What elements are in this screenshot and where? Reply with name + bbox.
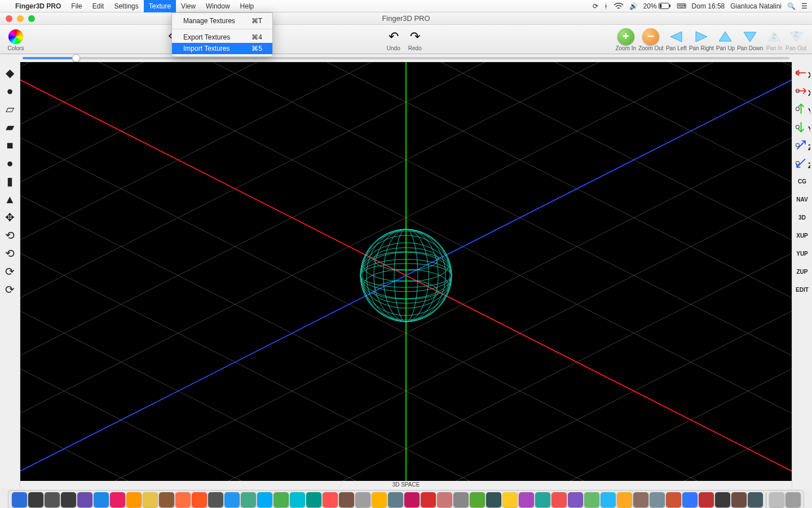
dock-app-28[interactable] [470,492,485,507]
bar-tool[interactable]: ▰ [2,119,19,135]
redo-button[interactable]: ↷ Redo [406,25,424,54]
menu-item-manage-textures[interactable]: Manage Textures⌘T [172,15,272,27]
app-menu[interactable]: Finger3D PRO [10,0,66,12]
dock-app-19[interactable] [323,492,338,507]
dock-app-40[interactable] [666,492,681,507]
dock-app-39[interactable] [650,492,665,507]
dock-app-35[interactable] [584,492,599,507]
cone-tool[interactable]: ▲ [2,191,19,208]
keyboard-icon[interactable]: ⌨︎ [677,2,686,10]
dock-app-25[interactable] [421,492,436,507]
move-tool[interactable]: ✥ [2,209,19,226]
dock-app-27[interactable] [453,492,469,507]
dock-app-7[interactable] [126,492,142,507]
dock-app-44[interactable] [731,492,747,507]
dock-app-6[interactable] [110,492,125,507]
dock-app-14[interactable] [241,492,256,507]
menu-view[interactable]: View [176,0,201,12]
sheet-tool[interactable]: ▱ [2,100,19,117]
dock-app-43[interactable] [715,492,730,507]
colors-button[interactable]: Colors [0,25,32,54]
view-yup[interactable]: YUP [793,245,811,262]
rotate-xz2-tool[interactable]: ⟲ [2,245,19,262]
dock-app-45[interactable] [748,492,763,507]
dock-app-42[interactable] [699,492,714,507]
dock-app-32[interactable] [535,492,550,507]
disk-tool[interactable]: ● [2,82,19,99]
pan-in-button[interactable]: Z Pan In [765,25,783,54]
dock-app-4[interactable] [77,492,92,507]
volume-icon[interactable]: 🔊 [629,2,638,10]
rotate-y2-tool[interactable]: ⟳ [2,281,19,298]
spotlight-icon[interactable]: 🔍 [787,2,796,10]
sphere-tool[interactable]: ● [2,155,19,172]
menu-window[interactable]: Window [201,0,235,12]
dock-app-29[interactable] [486,492,501,507]
rotate-y-tool[interactable]: ⟳ [2,263,19,280]
bluetooth-icon[interactable]: ᚼ [604,2,608,10]
pan-out-button[interactable]: Z Pan Out [785,25,806,54]
view-cg[interactable]: CG [793,173,811,190]
dock-app-10[interactable] [175,492,191,507]
rotate-xz-tool[interactable]: ⟲ [2,227,19,244]
zoom-slider[interactable] [0,54,812,62]
viewport-3d[interactable]: 3D SPACE [20,62,792,489]
menu-item-import-textures[interactable]: Import Textures⌘5 [172,43,272,54]
dock-app-34[interactable] [568,492,583,507]
menu-file[interactable]: File [66,0,87,12]
dock-app-11[interactable] [192,492,207,507]
dock-app-31[interactable] [519,492,534,507]
dock-app-2[interactable] [45,492,60,507]
view-neg-z[interactable]: Z [793,155,811,172]
battery-status[interactable]: 20% [643,2,671,10]
dock-app-0[interactable] [12,492,27,507]
dock-app-15[interactable] [257,492,272,507]
view-neg-x[interactable]: X [793,64,811,81]
dock-app-5[interactable] [94,492,109,507]
dock-app-16[interactable] [273,492,289,507]
cube-tool[interactable]: ■ [2,137,19,154]
notification-center-icon[interactable]: ☰ [801,2,807,10]
plane-tool[interactable]: ◆ [2,64,19,81]
zoom-out-button[interactable]: − Zoom Out [638,25,663,54]
menu-item-export-textures[interactable]: Export Textures⌘4 [172,32,272,43]
dock-app-38[interactable] [633,492,648,507]
menu-help[interactable]: Help [235,0,259,12]
view-neg-y[interactable]: Y [793,119,811,135]
menu-texture[interactable]: Texture [144,0,176,12]
view-zup[interactable]: ZUP [793,263,811,280]
menu-settings[interactable]: Settings [109,0,143,12]
view-pos-z[interactable]: Z [793,137,811,154]
dock-app-46[interactable] [769,492,784,507]
dock-app-47[interactable] [785,492,801,507]
dock-app-23[interactable] [388,492,403,507]
view-xup[interactable]: XUP [793,227,811,244]
dock-app-30[interactable] [502,492,518,507]
pan-left-button[interactable]: Pan Left [666,25,687,54]
dock-app-37[interactable] [617,492,632,507]
dock-app-1[interactable] [28,492,43,507]
dock-app-24[interactable] [404,492,420,507]
view-pos-x[interactable]: X [793,82,811,99]
dock-app-20[interactable] [339,492,354,507]
refresh-icon[interactable]: ⟳ [593,2,598,10]
dock-app-33[interactable] [551,492,567,507]
slider-thumb[interactable] [72,54,80,62]
dock-app-22[interactable] [372,492,387,507]
user-name[interactable]: Gianluca Natalini [730,2,782,10]
clock[interactable]: Dom 16:58 [692,2,725,10]
viewport-canvas[interactable] [20,62,792,489]
dock-app-21[interactable] [355,492,370,507]
view-pos-y[interactable]: Y [793,100,811,117]
pan-up-button[interactable]: Pan Up [716,25,735,54]
dock-app-36[interactable] [601,492,616,507]
dock-app-8[interactable] [143,492,158,507]
zoom-in-button[interactable]: + Zoom In [615,25,636,54]
view-three-d[interactable]: 3D [793,209,811,226]
view-nav[interactable]: NAV [793,191,811,208]
wifi-icon[interactable] [614,3,624,10]
pan-down-button[interactable]: Pan Down [737,25,763,54]
pan-right-button[interactable]: Pan Right [689,25,714,54]
dock-app-3[interactable] [61,492,76,507]
dock-app-17[interactable] [290,492,305,507]
